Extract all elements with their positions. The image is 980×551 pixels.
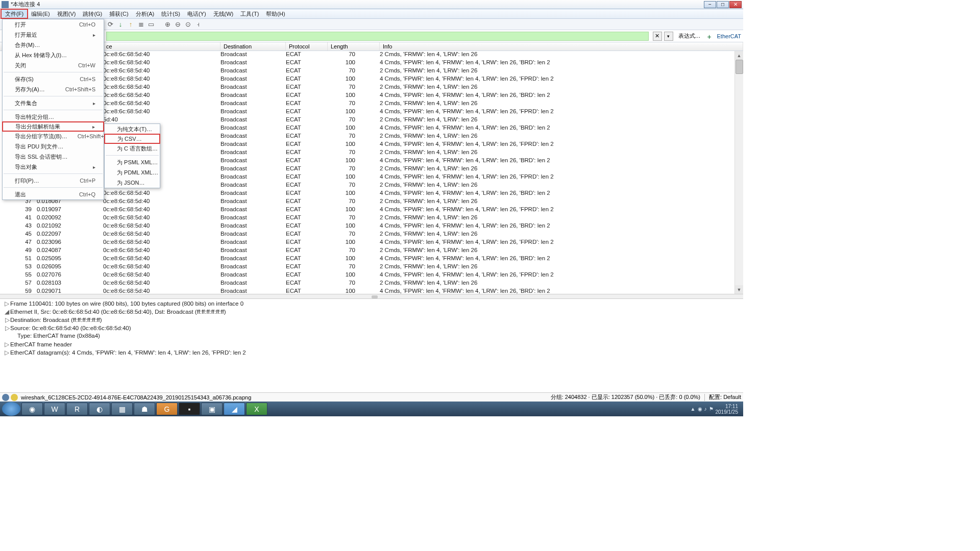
maximize-button[interactable]: □ [717,1,729,8]
system-tray[interactable]: ▲ ◉ ♪ ⚑ 17:11 2019/1/25 [691,404,741,415]
collapse-icon[interactable]: ◢ [3,308,10,315]
menu-stats[interactable]: 统计(S) [158,9,184,18]
close-button[interactable]: ✕ [729,1,742,8]
menu-file[interactable]: 文件(F) [1,9,28,18]
menu-help[interactable]: 帮助(H) [262,9,288,18]
packet-row[interactable]: 0c:e8:6c:68:5d:40BroadcastECAT1004 Cmds,… [0,108,743,116]
expand-icon[interactable]: ▷ [3,300,10,307]
packet-row[interactable]: 0c:e8:6c:68:5d:40BroadcastECAT702 Cmds, … [0,84,743,92]
toolbar-icon[interactable]: ↑ [127,20,135,29]
zoom-out-icon[interactable]: ⊖ [174,20,182,29]
packet-row[interactable]: 0c:e8:6c:68:5d:40BroadcastECAT1004 Cmds,… [0,92,743,100]
menu-edit[interactable]: 编辑(E) [28,9,54,18]
packet-row[interactable]: 0c:e8:6c:68:5d:40BroadcastECAT702 Cmds, … [0,100,743,108]
menu-export-bytes[interactable]: 导出分组字节流(B)…Ctrl+Shift+X [3,131,104,141]
taskbar-app-icon[interactable]: ◐ [89,403,110,415]
packet-row[interactable]: 450.0220970c:e8:6c:68:5d:40BroadcastECAT… [0,231,743,239]
pane-splitter[interactable] [0,294,743,299]
menu-open-recent[interactable]: 打开最近▸ [3,30,104,40]
add-filter-button[interactable]: + [706,33,713,40]
expand-icon[interactable]: ▷ [3,341,10,348]
menu-save[interactable]: 保存(S)Ctrl+S [3,74,104,84]
scroll-down-icon[interactable]: ▼ [735,285,743,294]
taskbar-app-icon[interactable]: ▣ [201,403,223,415]
status-expert-icon[interactable] [11,394,18,401]
detail-line[interactable]: ▷Source: 0c:e8:6c:68:5d:40 (0c:e8:6c:68:… [3,324,740,333]
submenu-export-csv[interactable]: 为 CSV… [104,134,160,144]
taskbar-app-icon[interactable]: R [66,403,88,415]
packet-row[interactable]: 570.0281030c:e8:6c:68:5d:40BroadcastECAT… [0,280,743,288]
column-protocol[interactable]: Protocol [286,42,328,51]
status-profile[interactable]: 配置: Default [709,393,741,401]
expression-button[interactable]: 表达式… [675,32,704,40]
status-capture-icon[interactable] [2,394,9,401]
filter-clear-button[interactable]: ✕ [653,32,662,41]
column-info[interactable]: Info [380,42,743,51]
tray-icon[interactable]: ▲ [691,406,696,412]
expand-icon[interactable]: ▷ [3,349,10,356]
packet-row[interactable]: 350.0170040c:e8:6c:68:5d:40BroadcastECAT… [0,190,743,198]
filter-protocol-label[interactable]: EtherCAT [715,33,743,39]
packet-row[interactable]: 0c:e8:6c:68:5d:40BroadcastECAT702 Cmds, … [0,51,743,59]
column-length[interactable]: Length [328,42,380,51]
packet-row[interactable]: 390.0190970c:e8:6c:68:5d:40BroadcastECAT… [0,206,743,214]
expand-icon[interactable]: ▷ [3,316,10,323]
menu-merge[interactable]: 合并(M)… [3,40,104,50]
taskbar-terminal-icon[interactable]: ▪ [179,403,200,415]
taskbar-wireshark-icon[interactable]: ◢ [224,403,245,415]
menu-export-pdu[interactable]: 导出 PDU 到文件… [3,141,104,152]
menu-go[interactable]: 跳转(G) [79,9,106,18]
menu-capture[interactable]: 捕获(C) [106,9,132,18]
menu-save-as[interactable]: 另存为(A)…Ctrl+Shift+S [3,84,104,94]
packet-row[interactable]: 510.0250950c:e8:6c:68:5d:40BroadcastECAT… [0,255,743,263]
taskbar-explorer-icon[interactable]: ▦ [111,403,133,415]
submenu-export-plain-text[interactable]: 为纯文本(T)… [105,124,160,134]
packet-row[interactable]: 430.0210920c:e8:6c:68:5d:40BroadcastECAT… [0,222,743,231]
scrollbar-thumb[interactable] [736,60,743,74]
tray-icon[interactable]: ⚑ [709,406,714,412]
taskbar-word-icon[interactable]: W [44,403,65,415]
expand-icon[interactable]: ▷ [3,324,10,332]
column-source[interactable]: ce [103,42,220,51]
menu-quit[interactable]: 退出Ctrl+Q [3,189,104,199]
menu-open[interactable]: 打开Ctrl+O [3,19,104,30]
submenu-export-json[interactable]: 为 JSON… [105,178,160,188]
menu-telephony[interactable]: 电话(Y) [184,9,210,18]
zoom-in-icon[interactable]: ⊕ [163,20,172,29]
submenu-export-c-arrays[interactable]: 为 C 语言数组… [105,143,160,154]
menu-wireless[interactable]: 无线(W) [210,9,237,18]
packet-row[interactable]: 550.0270760c:e8:6c:68:5d:40BroadcastECAT… [0,271,743,280]
submenu-export-psml[interactable]: 为 PSML XML… [105,157,160,167]
filter-dropdown-button[interactable]: ▾ [664,32,673,41]
toolbar-icon[interactable]: ↓ [116,20,125,29]
zoom-fit-icon[interactable]: ⊙ [184,20,192,29]
scroll-up-icon[interactable]: ▲ [735,51,743,60]
taskbar-app-icon[interactable]: ☗ [134,403,155,415]
packet-row[interactable]: 490.0240870c:e8:6c:68:5d:40BroadcastECAT… [0,247,743,255]
packet-row[interactable]: 370.0180870c:e8:6c:68:5d:40BroadcastECAT… [0,198,743,206]
packet-list-scrollbar[interactable]: ▲ ▼ [734,51,743,294]
splitter-handle[interactable] [372,295,378,298]
menu-import-hex[interactable]: 从 Hex 转储导入(I)… [3,50,104,60]
menu-file-set[interactable]: 文件集合▸ [3,98,104,108]
detail-line[interactable]: ▷EtherCAT datagram(s): 4 Cmds, 'FPWR': l… [3,349,740,357]
packet-row[interactable]: 0c:e8:6c:68:5d:40BroadcastECAT1004 Cmds,… [0,76,743,84]
menu-export-dissections[interactable]: 导出分组解析结果▸ [2,121,104,132]
toolbar-icon[interactable]: ≣ [137,20,145,29]
tray-icon[interactable]: ◉ [698,406,702,412]
detail-line[interactable]: ▷EtherCAT frame header [3,341,740,349]
menu-export-specified[interactable]: 导出特定分组… [3,112,104,122]
packet-row[interactable]: 590.0290710c:e8:6c:68:5d:40BroadcastECAT… [0,288,743,294]
menu-close[interactable]: 关闭Ctrl+W [3,60,104,70]
menu-analyze[interactable]: 分析(A) [132,9,158,18]
taskbar-chrome-icon[interactable]: ◉ [21,403,43,415]
packet-row[interactable]: 0c:e8:6c:68:5d:40BroadcastECAT1004 Cmds,… [0,59,743,67]
packet-row[interactable]: 470.0230960c:e8:6c:68:5d:40BroadcastECAT… [0,239,743,247]
packet-row[interactable]: 410.0200920c:e8:6c:68:5d:40BroadcastECAT… [0,214,743,222]
toolbar-icon[interactable]: ⫞ [194,20,202,29]
display-filter-input[interactable] [106,32,649,41]
menu-export-objects[interactable]: 导出对象▸ [3,162,104,172]
tray-clock[interactable]: 17:11 2019/1/25 [716,404,739,415]
detail-line[interactable]: ▷Destination: Broadcast (ff:ff:ff:ff:ff:… [3,316,740,324]
minimize-button[interactable]: − [704,1,716,8]
